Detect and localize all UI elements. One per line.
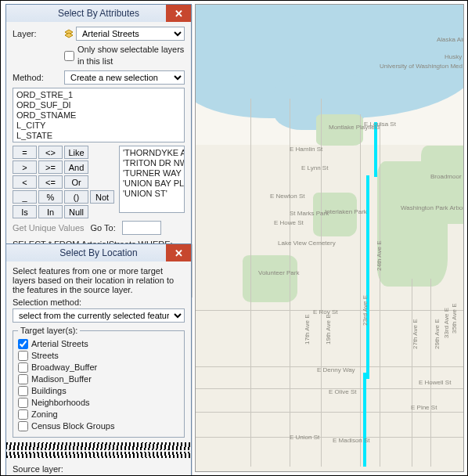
map-label: E Howell St	[419, 379, 451, 386]
operator-button[interactable]: =	[13, 146, 37, 159]
map-label: E Hamlin St	[290, 146, 322, 153]
map-label: Husky Stadium	[445, 53, 464, 60]
operator-button[interactable]: Or	[64, 175, 88, 189]
field-item[interactable]: L_STATE	[16, 131, 181, 141]
operator-button[interactable]: >=	[38, 160, 63, 174]
operator-button[interactable]: Not	[90, 190, 114, 204]
target-layer-checkbox[interactable]: Neighborhoods	[18, 397, 179, 409]
value-item[interactable]: 'UNION BAY PL NE'	[123, 178, 181, 189]
map-label: E Pine St	[411, 404, 437, 411]
goto-input[interactable]	[122, 221, 161, 235]
map-canvas[interactable]: Alaska Airlines ArenaHusky StadiumUniver…	[195, 4, 464, 472]
operator-button[interactable]: Is	[13, 205, 37, 218]
map-label: 17th Ave E	[304, 314, 311, 344]
operator-button[interactable]: Null	[64, 205, 88, 218]
method-select[interactable]: Create a new selection	[64, 70, 185, 85]
target-layer-checkbox[interactable]: Streets	[18, 350, 179, 362]
map-label: 35th Ave E	[451, 303, 458, 334]
map-label: Interlaken Park	[325, 208, 367, 215]
selection-method-label: Selection method:	[13, 298, 185, 307]
target-layer-checkbox[interactable]: Buildings	[18, 385, 179, 397]
map-label: Alaska Airlines Arena	[437, 36, 464, 43]
value-item[interactable]: 'TURNER WAY E'	[123, 168, 181, 178]
operator-button[interactable]: In	[38, 205, 63, 218]
operator-button[interactable]: Like	[64, 146, 88, 159]
field-list[interactable]: ORD_STRE_1ORD_SUF_DIORD_STNAMEL_CITYL_ST…	[13, 88, 185, 142]
layer-select[interactable]: Arterial Streets	[76, 27, 185, 41]
map-label: Lake View Cemetery	[278, 240, 336, 247]
map-label: Broadmoor Golf Club	[430, 173, 464, 180]
target-layers-group: Target layer(s): Arterial StreetsStreets…	[13, 326, 185, 438]
operator-button[interactable]: And	[64, 160, 88, 174]
map-label: E Newton St	[270, 193, 304, 200]
values-list[interactable]: 'THORNDYKE AVE W''TRITON DR NW''TURNER W…	[119, 146, 185, 213]
map-label: E Madison St	[333, 437, 370, 444]
target-layer-checkbox[interactable]: Broadway_Buffer	[18, 362, 179, 373]
svg-marker-1	[65, 33, 73, 38]
target-layer-checkbox[interactable]: Census Block Groups	[18, 420, 179, 432]
target-layers-label: Target layer(s):	[18, 326, 80, 335]
map-label: St Marks Park	[290, 210, 329, 217]
map-label: 29th Ave E	[434, 319, 441, 349]
close-icon[interactable]: ✕	[166, 5, 191, 22]
map-label: E Union St	[290, 434, 319, 441]
target-layer-checkbox[interactable]: Zoning	[18, 409, 179, 420]
value-item[interactable]: 'THORNDYKE AVE W'	[123, 148, 181, 158]
dialog-titlebar[interactable]: Select By Attributes ✕	[6, 5, 191, 22]
only-selectable-checkbox[interactable]: Only show selectable layers in this list	[64, 44, 185, 67]
map-label: 19th Ave E	[325, 314, 332, 344]
map-label: E Louisa St	[364, 121, 396, 128]
map-label: 23rd Ave E	[362, 295, 369, 326]
intro-text: Select features from one or more target …	[13, 266, 185, 294]
close-icon[interactable]: ✕	[166, 244, 191, 261]
operator-button[interactable]: _	[13, 190, 37, 204]
operator-button[interactable]: %	[38, 190, 63, 204]
dialog-titlebar[interactable]: Select By Location ✕	[6, 244, 191, 261]
map-label: 33rd Ave E	[443, 308, 450, 338]
dialog-title: Select By Attributes	[58, 8, 139, 19]
operator-button[interactable]: ()	[64, 190, 88, 204]
value-item[interactable]: 'UNION ST'	[123, 189, 181, 199]
map-label: E Denny Way	[317, 366, 355, 373]
target-layer-checkbox[interactable]: Madison_Buffer	[18, 373, 179, 385]
selection-method-select[interactable]: select from the currently selected featu…	[13, 308, 185, 323]
select-by-location-dialog: Select By Location ✕ Select features fro…	[5, 243, 192, 476]
map-label: 27th Ave E	[412, 319, 419, 349]
map-label: University of Washington Med Ctr	[380, 63, 464, 70]
dialog-title: Select By Location	[59, 247, 137, 258]
operator-button[interactable]: <	[13, 175, 37, 189]
operator-button[interactable]: <>	[38, 146, 63, 159]
field-item[interactable]: L_CITY	[16, 121, 181, 131]
field-item[interactable]: ORD_STNAME	[16, 110, 181, 121]
map-label: 24th Ave E	[376, 240, 383, 271]
value-item[interactable]: 'TRITON DR NW'	[123, 158, 181, 168]
operator-button[interactable]: >	[13, 160, 37, 174]
operator-button[interactable]: <=	[38, 175, 63, 189]
layer-label: Layer:	[13, 29, 59, 38]
map-label: E Olive St	[329, 388, 357, 395]
method-label: Method:	[13, 73, 59, 82]
field-item[interactable]: ORD_STRE_1	[16, 90, 181, 100]
map-label: E Howe St	[274, 219, 304, 226]
map-label: Volunteer Park	[258, 269, 299, 276]
target-layer-checkbox[interactable]: Arterial Streets	[18, 338, 179, 350]
map-label: E Lynn St	[301, 164, 328, 171]
get-unique-values-link[interactable]: Get Unique Values	[13, 223, 85, 233]
map-label: Washington Park Arboretum	[401, 204, 464, 211]
field-item[interactable]: ORD_SUF_DI	[16, 100, 181, 110]
goto-label: Go To:	[91, 223, 116, 233]
source-layer-label: Source layer:	[13, 464, 185, 474]
